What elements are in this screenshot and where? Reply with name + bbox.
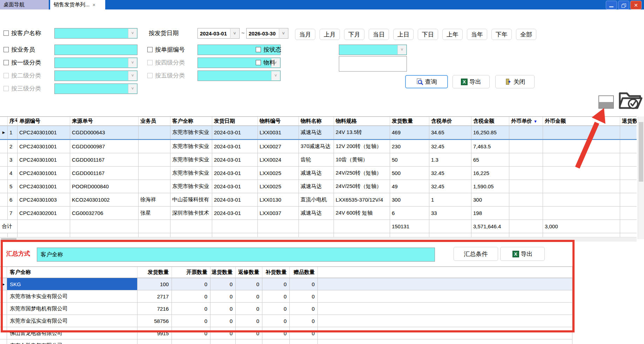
chevron-down-icon[interactable]: ˅ <box>128 71 137 80</box>
range-button-7[interactable]: 上年 <box>442 29 463 40</box>
column-header-doc_no[interactable]: 单据编号 <box>18 117 70 126</box>
half-filled-box-icon[interactable] <box>598 95 614 109</box>
range-button-9[interactable]: 下年 <box>491 29 512 40</box>
horizontal-scrollbar-thumb[interactable] <box>1 238 16 241</box>
column-header-amount[interactable]: 含税金额 <box>471 117 509 126</box>
table-row[interactable]: 4CPC240301001CGDD001167东莞市驰卡实业2024-03-01… <box>0 167 637 180</box>
column-header-source_no[interactable]: 来源单号 <box>70 117 139 126</box>
category1-combo[interactable]: ˅ <box>54 58 137 68</box>
tab-close-icon[interactable]: × <box>93 2 96 7</box>
summary-row[interactable]: 东莞市驰卡实业有限公司271700000 <box>0 290 572 303</box>
column-header-material_name[interactable]: 物料名称 <box>299 117 334 126</box>
summary-column-header-ship_qty[interactable]: 发货数量 <box>137 267 172 278</box>
summary-export-button[interactable]: X 导出 <box>500 247 545 261</box>
column-header-spec[interactable]: 物料规格 <box>334 117 390 126</box>
summary-row[interactable]: 东莞市国梦电机有限公司721600000 <box>0 303 572 315</box>
column-header-date[interactable]: 发货日期 <box>212 117 258 126</box>
export-button[interactable]: X 导出 <box>452 75 490 88</box>
checkbox-salesman[interactable] <box>4 47 9 52</box>
category3-combo[interactable]: ˅ <box>54 83 137 94</box>
column-header-foreign_amount[interactable]: 外币金额 <box>543 117 620 126</box>
customer-name-combo[interactable]: ˅ <box>54 28 137 39</box>
horizontal-scrollbar[interactable] <box>0 237 637 242</box>
range-button-4[interactable]: 当日 <box>369 29 389 40</box>
checkbox-category3[interactable] <box>4 86 9 91</box>
status-combo[interactable]: ˅ <box>339 45 407 55</box>
summary-cell-return_qty: 0 <box>210 315 236 327</box>
summary-column-header-return_qty[interactable]: 退货数量 <box>210 267 236 278</box>
summary-column-header-repair_qty[interactable]: 返修数量 <box>236 267 262 278</box>
vertical-scrollbar[interactable] <box>638 116 644 239</box>
query-button[interactable]: 查询 <box>405 75 448 88</box>
minimize-button[interactable] <box>606 1 617 9</box>
checkbox-category4[interactable] <box>147 60 153 65</box>
range-button-1[interactable]: 当月 <box>295 29 315 40</box>
chevron-down-icon[interactable]: ˅ <box>271 71 280 80</box>
checkbox-category2[interactable] <box>4 73 9 78</box>
summary-column-header-invoice_qty[interactable]: 开票数量 <box>172 267 210 278</box>
filter-label-category2: 按二级分类 <box>11 70 41 81</box>
chevron-down-icon[interactable]: ˅ <box>128 29 137 38</box>
cell-foreign_price <box>509 193 543 207</box>
checkbox-customer-name[interactable] <box>4 31 9 36</box>
cell-foreign_amount <box>543 126 620 139</box>
folder-check-icon[interactable] <box>617 88 643 114</box>
range-button-8[interactable]: 当年 <box>467 29 487 40</box>
summary-column-header-replenish_qty[interactable]: 补货数量 <box>262 267 290 278</box>
cell-return_qty <box>620 207 637 220</box>
date-to-combo[interactable]: 2026-03-30 ˅ <box>246 28 288 39</box>
restore-button[interactable] <box>618 1 629 9</box>
summary-row[interactable]: 广东合胜电气有限公司286200000 <box>0 339 572 344</box>
range-button-3[interactable]: 下月 <box>344 29 364 40</box>
close-window-button[interactable]: ✕ <box>630 1 642 9</box>
tab-sales-delivery-list[interactable]: 销售发货单列... × <box>50 0 105 9</box>
table-row[interactable]: 6CPC240301003KCO240301002徐海祥中山荟臻科技有2024-… <box>0 193 637 207</box>
range-button-2[interactable]: 上月 <box>320 29 340 40</box>
tab-desktop-nav[interactable]: 桌面导航 <box>0 0 49 9</box>
date-from-combo[interactable]: 2024-03-01 ˅ <box>197 28 240 39</box>
checkbox-category5[interactable] <box>147 73 153 78</box>
summary-row[interactable]: ▶SKG10000000 <box>0 278 572 290</box>
summary-row[interactable]: 佛山雷龙电器有限公司991500000 <box>0 327 572 339</box>
column-header-seq[interactable]: 序号 <box>8 117 18 126</box>
summary-column-header-_filler[interactable] <box>318 267 572 278</box>
column-header-price[interactable]: 含税单价 <box>429 117 471 126</box>
summary-column-header-gift_qty[interactable]: 赠品数量 <box>290 267 318 278</box>
chevron-down-icon[interactable]: ˅ <box>230 29 239 38</box>
table-row[interactable]: 3CPC240301001CGDD001167东莞市驰卡实业2024-03-01… <box>0 153 637 167</box>
checkbox-doc-no[interactable] <box>147 47 153 52</box>
salesman-input[interactable] <box>54 45 137 55</box>
material-input[interactable] <box>339 56 407 72</box>
range-button-6[interactable]: 下日 <box>418 29 438 40</box>
checkbox-category1[interactable] <box>4 60 9 65</box>
chevron-down-icon[interactable]: ˅ <box>128 58 137 67</box>
summary-method-input[interactable]: 客户全称 <box>37 248 435 262</box>
summary-column-header-customer[interactable]: 客户全称 <box>7 267 137 278</box>
chevron-down-icon[interactable]: ˅ <box>128 84 137 93</box>
close-form-button[interactable]: 关闭 <box>495 75 535 88</box>
table-row[interactable]: 7CPC240302001CG00032706张星深圳市驰卡技术2024-03-… <box>0 207 637 220</box>
column-header-material_no[interactable]: 物料编号 <box>258 117 299 126</box>
table-row[interactable]: ▶1CPC240301001CGDD000643东莞市驰卡实业2024-03-0… <box>0 126 637 140</box>
chevron-down-icon[interactable]: ˅ <box>279 29 288 38</box>
table-row[interactable]: 5CPC240301001POORD000840东莞市驰卡实业2024-03-0… <box>0 180 637 193</box>
column-header-qty[interactable]: 发货数量 <box>390 117 429 126</box>
vertical-scrollbar-thumb[interactable] <box>639 122 643 182</box>
column-header-foreign_price[interactable]: 外币单价▼ <box>509 117 543 126</box>
chevron-down-icon[interactable]: ˅ <box>397 45 406 54</box>
category5-combo[interactable]: ˅ <box>197 70 281 81</box>
cell-price: 1.3 <box>429 153 471 167</box>
summary-row[interactable]: 东莞市金泓实业有限公司5875600000 <box>0 315 572 327</box>
checkbox-status[interactable] <box>256 47 261 52</box>
category2-combo[interactable]: ˅ <box>54 70 137 81</box>
range-button-5[interactable]: 上日 <box>393 29 414 40</box>
column-header-customer[interactable]: 客户全称 <box>170 117 212 126</box>
column-header-salesman[interactable]: 业务员 <box>139 117 170 126</box>
cell-price: 33 <box>429 207 471 220</box>
summary-condition-button[interactable]: 汇总条件 <box>454 247 498 261</box>
column-header-return_qty[interactable]: 退货数量 <box>620 117 637 126</box>
checkbox-material[interactable] <box>256 60 261 65</box>
summary-cell-_filler <box>318 327 572 339</box>
table-row[interactable]: 2CPC240301001CGDD000987东莞市驰卡实业2024-03-01… <box>0 140 637 153</box>
range-button-10[interactable]: 全部 <box>516 29 536 40</box>
